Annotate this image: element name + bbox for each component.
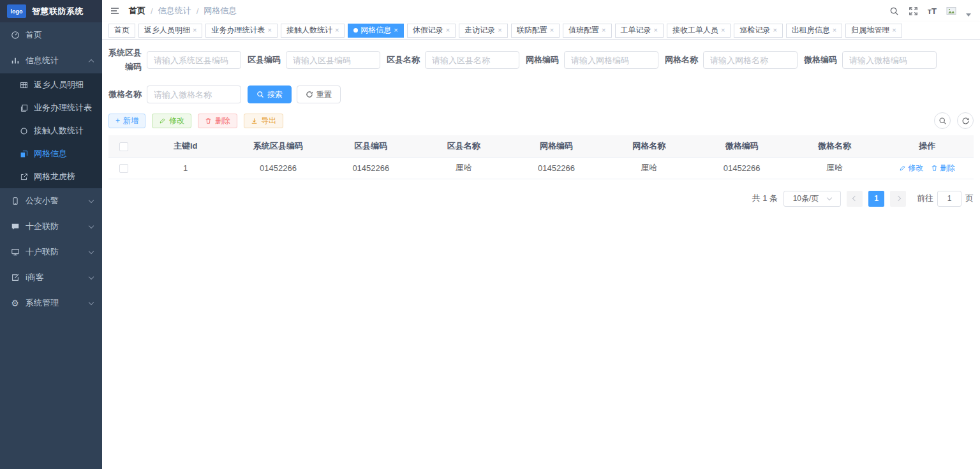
sidebar-item-info-stats[interactable]: 信息统计	[0, 48, 102, 73]
sidebar-item-business-stats[interactable]: 业务办理统计表	[0, 96, 102, 119]
show-search-button[interactable]	[934, 112, 951, 129]
chevron-down-icon	[827, 195, 832, 200]
tab-order-receivers[interactable]: 接收工单人员×	[667, 24, 731, 38]
menu-icon[interactable]	[110, 6, 120, 16]
search-icon	[256, 91, 264, 98]
tab-rental-info[interactable]: 出租房信息×	[786, 24, 842, 38]
phone-icon	[10, 197, 20, 205]
tab-return-detail[interactable]: 返乡人员明细×	[138, 24, 202, 38]
micro-code-input[interactable]	[842, 51, 937, 69]
filter-county-code: 区县编码	[248, 51, 380, 69]
tab-duty-config[interactable]: 值班配置×	[563, 24, 611, 38]
close-icon[interactable]: ×	[654, 27, 658, 34]
sidebar-item-system[interactable]: ⚙ 系统管理	[0, 290, 102, 316]
monitor-icon	[10, 248, 20, 257]
close-icon[interactable]: ×	[267, 27, 271, 34]
sidebar-item-label: 返乡人员明细	[34, 79, 93, 91]
row-checkbox[interactable]	[119, 164, 128, 173]
sidebar-item-grid-ranking[interactable]: 网格龙虎榜	[0, 165, 102, 188]
tab-grid-info[interactable]: 网格信息×	[348, 24, 403, 38]
export-button[interactable]: 导出	[244, 114, 283, 128]
edit-link-label: 修改	[908, 163, 923, 174]
chat-icon	[10, 222, 20, 231]
close-icon[interactable]: ×	[721, 27, 725, 34]
edit-button-label: 修改	[169, 115, 184, 126]
row-edit-link[interactable]: 修改	[899, 163, 923, 174]
tab-business-stats[interactable]: 业务办理统计表×	[205, 24, 277, 38]
delete-button[interactable]: 删除	[198, 114, 237, 128]
tab-label: 工单记录	[621, 25, 651, 36]
tab-label: 出租房信息	[792, 25, 830, 36]
pagination-total: 共 1 条	[752, 193, 778, 204]
close-icon[interactable]: ×	[193, 27, 197, 34]
tab-vacation-records[interactable]: 休假记录×	[407, 24, 456, 38]
tab-contact-stats[interactable]: 接触人数统计×	[281, 24, 345, 38]
sidebar-item-enterprise[interactable]: 十企联防	[0, 214, 102, 239]
sidebar-item-return-detail[interactable]: 返乡人员明细	[0, 73, 102, 96]
prev-page-button[interactable]	[847, 191, 863, 207]
sidebar-item-label: 网格信息	[34, 148, 93, 160]
row-delete-link[interactable]: 删除	[931, 163, 955, 174]
close-icon[interactable]: ×	[446, 27, 450, 34]
edit-square-icon	[10, 273, 20, 282]
close-icon[interactable]: ×	[833, 27, 836, 34]
tab-inspection-records[interactable]: 巡检记录×	[734, 24, 782, 38]
close-icon[interactable]: ×	[335, 27, 339, 34]
close-icon[interactable]: ×	[892, 27, 896, 34]
page-number-button[interactable]: 1	[868, 191, 884, 207]
header-select-all	[108, 135, 139, 157]
tab-label: 休假记录	[413, 25, 443, 36]
filter-county-name: 区县名称	[387, 51, 519, 69]
tab-label: 首页	[114, 25, 130, 36]
next-page-button[interactable]	[890, 191, 906, 207]
app-logo[interactable]: logo 智慧联防系统	[0, 0, 102, 22]
fullscreen-icon[interactable]	[909, 6, 918, 16]
search-button[interactable]: 搜索	[248, 86, 292, 103]
caret-down-icon[interactable]	[966, 13, 971, 17]
sidebar-item-label: 公安小警	[26, 195, 84, 207]
chevron-down-icon	[89, 299, 94, 304]
chevron-left-icon	[852, 196, 857, 201]
sidebar-item-label: 网格龙虎榜	[34, 171, 93, 182]
close-icon[interactable]: ×	[550, 27, 554, 34]
search-icon	[939, 117, 947, 125]
edit-button[interactable]: 修改	[152, 114, 191, 128]
refresh-button[interactable]	[957, 112, 974, 129]
tab-visit-records[interactable]: 走访记录×	[459, 24, 507, 38]
pencil-icon	[159, 117, 166, 124]
sidebar-item-merchant[interactable]: i商客	[0, 265, 102, 290]
goto-page-input[interactable]	[937, 191, 961, 207]
tab-defense-config[interactable]: 联防配置×	[511, 24, 560, 38]
tab-home[interactable]: 首页	[108, 24, 135, 38]
close-icon[interactable]: ×	[602, 27, 605, 34]
breadcrumb-home[interactable]: 首页	[129, 5, 145, 17]
filter-grid-code: 网格编码	[526, 51, 658, 69]
county-code-input[interactable]	[286, 51, 380, 69]
cell-county-code: 01452266	[325, 157, 417, 179]
tab-attribution-mgmt[interactable]: 归属地管理×	[845, 24, 902, 38]
sidebar-item-household[interactable]: 十户联防	[0, 239, 102, 265]
sidebar: logo 智慧联防系统 首页 信息统计 返乡人员明细	[0, 0, 102, 469]
font-size-icon[interactable]: тT	[928, 6, 937, 16]
close-icon[interactable]: ×	[394, 27, 397, 34]
close-icon[interactable]: ×	[773, 27, 776, 34]
grid-icon	[19, 81, 29, 89]
tab-work-orders[interactable]: 工单记录×	[615, 24, 664, 38]
page-size-select[interactable]: 10条/页	[783, 191, 841, 207]
close-icon[interactable]: ×	[498, 27, 501, 34]
sidebar-item-home[interactable]: 首页	[0, 22, 102, 48]
avatar-image[interactable]	[946, 6, 956, 16]
sidebar-item-grid-info[interactable]: 网格信息	[0, 142, 102, 165]
county-name-input[interactable]	[425, 51, 519, 69]
grid-code-input[interactable]	[564, 51, 658, 69]
sidebar-item-contact-stats[interactable]: 接触人数统计	[0, 119, 102, 142]
select-all-checkbox[interactable]	[119, 142, 128, 151]
add-button[interactable]: + 新增	[108, 114, 145, 128]
grid-name-input[interactable]	[703, 51, 798, 69]
reset-button[interactable]: 重置	[297, 86, 341, 103]
search-icon[interactable]	[889, 6, 899, 16]
sidebar-item-police[interactable]: 公安小警	[0, 188, 102, 214]
micro-name-input[interactable]	[147, 86, 241, 103]
row-select-cell	[108, 157, 139, 179]
sys-county-code-input[interactable]	[147, 51, 241, 69]
